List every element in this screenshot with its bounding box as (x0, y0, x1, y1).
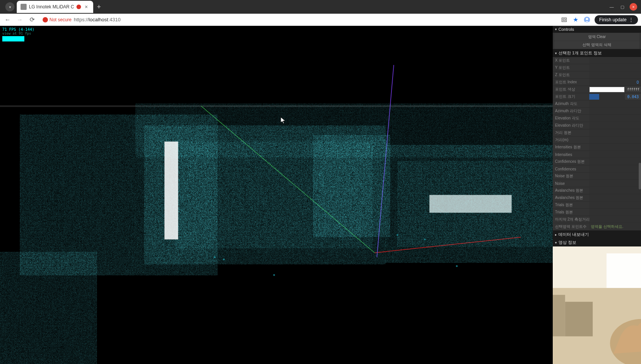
window-maximize-button[interactable]: ▢ (619, 3, 626, 10)
point-info-header[interactable]: ▾ 선택한 1개 포인트 정보 (553, 49, 641, 57)
prop-confidences: Confidences (553, 165, 641, 173)
svg-rect-24 (606, 253, 641, 288)
prop-y-point: Y 포인트 (553, 64, 641, 72)
browser-tab-strip: LG Innotek MLiDAR C × + — ▢ × (0, 0, 641, 14)
prop-trials-orig: Trials 원본 (553, 202, 641, 209)
prop-point-index: 포인트 Index 0 (553, 79, 641, 86)
prop-dist-m: 거리(m) (553, 137, 641, 144)
prop-z-point: Z 포인트 (553, 72, 641, 79)
prop-point-size: 포인트 크기 0.043 (553, 93, 641, 100)
svg-rect-14 (164, 141, 178, 239)
menu-dots-icon: ⋮ (629, 17, 633, 22)
toolbar-icons: ★ Finish update ⋮ (560, 15, 638, 24)
svg-point-8 (0, 262, 87, 359)
svg-point-16 (214, 256, 216, 258)
prop-intensities-orig: Intensities 원본 (553, 144, 641, 151)
panel-scrollbar[interactable] (639, 163, 641, 189)
delete-selection-button[interactable]: 선택 영역의 삭제 (554, 41, 639, 49)
z-axis-line (377, 65, 394, 257)
security-label: Not secure (49, 17, 72, 22)
fps-bar-icon (2, 36, 24, 41)
nav-reload-button[interactable]: ⟳ (27, 15, 37, 24)
url-display: https://localhost:4310 (74, 17, 121, 22)
bookmark-star-icon[interactable]: ★ (572, 16, 579, 24)
controls-section: 영역 Clear 선택 영역의 삭제 (553, 33, 641, 49)
app-content: 71 FPS (4-144) view at 91 fps (0, 26, 641, 364)
prop-noise-orig: Noise 원본 (553, 173, 641, 180)
video-info-header[interactable]: ▾ 영상 정보 (553, 238, 641, 246)
address-bar-row: ← → ⟳ Not secure https://localhost:4310 … (0, 14, 641, 26)
point-size-slider[interactable] (589, 94, 625, 100)
address-bar[interactable]: Not secure https://localhost:4310 (40, 14, 557, 25)
security-badge[interactable]: Not secure (43, 17, 72, 22)
window-minimize-button[interactable]: — (608, 3, 615, 10)
svg-point-11 (320, 144, 384, 228)
color-swatch[interactable] (589, 87, 625, 92)
prop-x-point: X 포인트 (553, 57, 641, 64)
point-size-value[interactable]: 0.043 (625, 94, 641, 100)
svg-rect-26 (565, 302, 593, 336)
control-panel: ▾ Controls 영역 Clear 선택 영역의 삭제 ▾ 선택한 1개 포… (553, 26, 641, 364)
svg-rect-1 (563, 19, 565, 21)
svg-rect-15 (429, 195, 512, 213)
caret-down-icon: ▾ (555, 51, 557, 55)
caret-right-icon: ▸ (555, 233, 557, 237)
export-header[interactable]: ▸ 데이터 내보내기 (553, 230, 641, 238)
nav-back-button[interactable]: ← (3, 15, 12, 24)
svg-point-21 (456, 265, 458, 267)
mouse-cursor-icon (281, 117, 285, 124)
svg-point-18 (273, 274, 275, 276)
color-hex-input[interactable]: ffffff (625, 87, 641, 92)
fps-overlay: 71 FPS (4-144) view at 91 fps (2, 27, 34, 41)
prop-azimuth-rad: Azimuth 라디안 (553, 108, 641, 115)
svg-point-20 (424, 238, 426, 240)
install-app-icon[interactable] (560, 16, 568, 24)
finish-update-button[interactable]: Finish update ⋮ (595, 15, 638, 24)
prop-last-2-measure: 마지막 2개 측정거리 (553, 216, 641, 223)
point-info-section: X 포인트 Y 포인트 Z 포인트 포인트 Index 0 포인트 색상 fff… (553, 57, 641, 230)
new-tab-button[interactable]: + (93, 3, 105, 11)
svg-point-19 (396, 234, 398, 236)
nav-forward-button[interactable]: → (15, 15, 24, 24)
profile-avatar-icon[interactable] (583, 16, 591, 24)
window-controls: — ▢ × (608, 0, 641, 14)
prop-dist-orig: 거리 원본 (553, 129, 641, 137)
browser-tab[interactable]: LG Innotek MLiDAR C × (17, 1, 93, 13)
prop-azimuth-deg: Azimuth 각도 (553, 100, 641, 108)
prop-avalanches-orig: Avalanches 원본 (553, 187, 641, 194)
tab-favicon-icon (21, 4, 27, 10)
controls-header[interactable]: ▾ Controls (553, 26, 641, 33)
caret-down-icon: ▾ (555, 241, 557, 245)
pointcloud-viewer[interactable]: 71 FPS (4-144) view at 91 fps (0, 26, 553, 364)
svg-point-3 (586, 18, 588, 20)
area-clear-button[interactable]: 영역 Clear (554, 33, 639, 41)
tab-title: LG Innotek MLiDAR C (29, 4, 74, 10)
tab-search-button[interactable] (5, 2, 14, 11)
prop-point-color: 포인트 색상 ffffff (553, 86, 641, 93)
tab-close-button[interactable]: × (83, 4, 89, 10)
svg-rect-25 (553, 295, 565, 336)
tab-audio-icon[interactable] (76, 5, 81, 9)
not-secure-icon (43, 17, 48, 22)
prop-trials-orig2: Trials 원본 (553, 209, 641, 216)
pointcloud-render (0, 26, 553, 364)
window-close-button[interactable]: × (630, 3, 637, 11)
camera-preview (553, 246, 641, 364)
caret-down-icon: ▾ (555, 27, 557, 31)
prop-intensities: Intensities (553, 151, 641, 158)
prop-avalanches-orig2: Avalanches 원본 (553, 194, 641, 202)
tab-container: LG Innotek MLiDAR C × + (0, 0, 608, 14)
prop-noise: Noise (553, 180, 641, 187)
prop-elevation-deg: Elevation 각도 (553, 115, 641, 122)
svg-rect-0 (562, 18, 566, 22)
prop-confidences-orig: Confidences 원본 (553, 158, 641, 165)
svg-point-17 (223, 259, 225, 261)
prop-elevation-rad: Elevation 라디안 (553, 122, 641, 129)
prop-selection-points: 선택영역 포인트수 영역을 선택하세요. (553, 223, 641, 230)
